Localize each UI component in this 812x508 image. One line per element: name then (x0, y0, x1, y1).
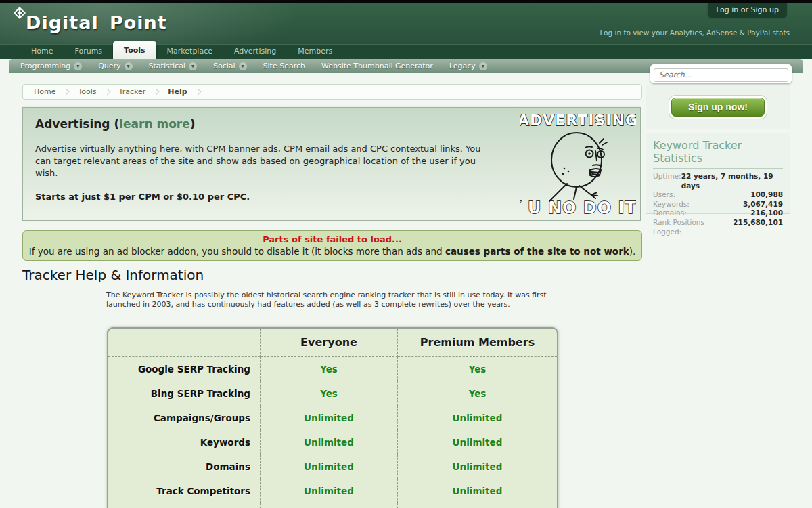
warning-headline: Parts of site failed to load... (23, 234, 641, 245)
breadcrumb-tracker[interactable]: Tracker (119, 87, 146, 96)
feature-row-clipped (108, 503, 261, 508)
page: Digital Point Log in or Sign up Log in t… (0, 0, 812, 508)
feature-value-everyone: Unlimited (261, 430, 398, 454)
search-card (650, 64, 792, 83)
stat-value: 22 years, 7 months, 19 days (681, 172, 783, 190)
subnav-website-thumbnail-generator[interactable]: Website Thumbnail Generator (321, 62, 433, 70)
stat-row-users: Users: 100,988 (653, 190, 783, 200)
stats-title: Keyword Tracker Statistics (653, 139, 783, 169)
page-title: Tracker Help & Information (22, 267, 204, 283)
breadcrumb-chevron-icon (63, 89, 70, 96)
col-header-blank (108, 329, 261, 357)
subnav-social[interactable]: Social ▾ (213, 62, 247, 70)
feature-comparison-table: Everyone Premium Members Google SERP Tra… (107, 327, 558, 508)
subnav-query[interactable]: Query ▾ (98, 62, 132, 70)
advertising-title-prefix: Advertising ( (35, 117, 119, 131)
subnav-legacy[interactable]: Legacy ▾ (449, 62, 487, 70)
breadcrumb-tools[interactable]: Tools (78, 87, 96, 96)
adblock-warning-box: Parts of site failed to load... If you a… (22, 230, 642, 261)
stat-row-uptime: Uptime: 22 years, 7 months, 19 days (653, 172, 783, 190)
subnav-programming[interactable]: Programming ▾ (20, 62, 82, 70)
meme-top-text: ADVERTISING (520, 112, 636, 129)
learn-more-link[interactable]: learn more (119, 117, 190, 131)
chevron-down-icon: ▾ (189, 62, 197, 70)
chevron-down-icon: ▾ (125, 62, 133, 70)
stat-label: Keywords: (653, 200, 690, 209)
feature-label: Bing SERP Tracking (108, 381, 261, 406)
feature-value-everyone: Unlimited (261, 479, 398, 503)
feature-table-grid: Everyone Premium Members Google SERP Tra… (108, 329, 557, 508)
stat-label: Rank Positions Logged: (653, 218, 733, 236)
primary-nav: Home Forums Tools Marketplace Advertisin… (0, 44, 812, 59)
chevron-down-icon: ▾ (479, 62, 487, 70)
feature-value-everyone: Yes (261, 381, 398, 406)
subnav-label: Query (98, 62, 120, 70)
breadcrumb-chevron-icon (104, 89, 110, 96)
feature-label: Keywords (108, 430, 261, 454)
warning-detail-bold: causes parts of the site to not work (445, 246, 629, 257)
feature-label: Google SERP Tracking (108, 357, 261, 381)
feature-value-premium: Yes (398, 357, 557, 381)
help-intro-text: The Keyword Tracker is possibly the olde… (106, 291, 553, 310)
feature-value-premium: Unlimited (398, 430, 557, 454)
subnav-label: Programming (20, 62, 70, 70)
warning-detail-prefix: If you are using an ad blocker addon, yo… (29, 246, 445, 257)
tab-advertising[interactable]: Advertising (223, 44, 287, 59)
feature-label: Track Competitors (108, 479, 261, 503)
tab-tools[interactable]: Tools (113, 41, 156, 59)
stats-rows: Uptime: 22 years, 7 months, 19 days User… (653, 172, 783, 236)
stat-value: 215,680,101 (733, 218, 783, 236)
subnav-site-search[interactable]: Site Search (263, 62, 305, 70)
search-input[interactable] (654, 68, 788, 82)
tab-members[interactable]: Members (287, 44, 343, 59)
keyword-tracker-statistics-panel: Keyword Tracker Statistics Uptime: 22 ye… (646, 133, 790, 214)
tab-marketplace[interactable]: Marketplace (156, 44, 223, 59)
advertising-title-suffix: ) (190, 117, 196, 131)
feature-value-everyone: Unlimited (261, 406, 398, 430)
login-hint-text: Log in to view your Analytics, AdSense &… (600, 28, 790, 37)
signup-panel: Sign up now! (646, 85, 790, 129)
site-logo[interactable]: Digital Point (12, 4, 167, 33)
feature-label: Campaigns/Groups (108, 406, 261, 430)
tab-forums[interactable]: Forums (64, 44, 113, 59)
subnav-label: Legacy (449, 62, 476, 70)
subnav-label: Site Search (263, 62, 305, 70)
warning-detail-suffix: ). (629, 246, 636, 257)
site-header: Digital Point Log in or Sign up Log in t… (0, 0, 812, 44)
chevron-down-icon: ▾ (239, 62, 247, 70)
stat-row-rank-positions: Rank Positions Logged: 215,680,101 (653, 218, 783, 236)
breadcrumb: Home Tools Tracker Help (22, 84, 642, 100)
meme-bottom-text: Y U NO DO IT? (520, 198, 636, 217)
subnav-statistical[interactable]: Statistical ▾ (149, 62, 197, 70)
feature-value-premium: Unlimited (398, 406, 557, 430)
y-u-no-meme-image: ADVERTISING Y U NO DO IT? (520, 109, 636, 219)
breadcrumb-home[interactable]: Home (34, 87, 55, 96)
feature-value-everyone: Unlimited (261, 454, 398, 479)
warning-detail: If you are using an ad blocker addon, yo… (23, 246, 641, 257)
breadcrumb-help: Help (168, 87, 187, 96)
subnav-label: Statistical (149, 62, 185, 70)
feature-value-premium: Yes (398, 381, 557, 406)
digitalpoint-diamond-icon (12, 5, 27, 20)
chevron-down-icon: ▾ (74, 62, 82, 70)
stat-value: 3,067,419 (743, 200, 783, 209)
stat-value: 216,100 (750, 209, 783, 218)
breadcrumb-chevron-icon (194, 89, 201, 96)
login-signup-button[interactable]: Log in or Sign up (708, 3, 787, 18)
stat-row-domains: Domains: 216,100 (653, 209, 783, 218)
tab-home[interactable]: Home (20, 44, 64, 59)
subnav-label: Social (213, 62, 235, 70)
feature-value-premium: Unlimited (398, 479, 557, 503)
feature-value-everyone: Yes (261, 357, 398, 381)
stat-label: Users: (653, 190, 675, 200)
logo-text: Digital Point (26, 12, 167, 33)
stat-label: Domains: (653, 209, 687, 218)
feature-row-clipped (398, 503, 557, 508)
top-strip (0, 0, 812, 3)
feature-row-clipped (261, 503, 398, 508)
stat-row-keywords: Keywords: 3,067,419 (653, 200, 783, 209)
sign-up-now-button[interactable]: Sign up now! (671, 98, 765, 117)
meme-face (549, 133, 607, 201)
subnav-label: Website Thumbnail Generator (321, 62, 433, 70)
col-header-everyone: Everyone (261, 329, 398, 357)
